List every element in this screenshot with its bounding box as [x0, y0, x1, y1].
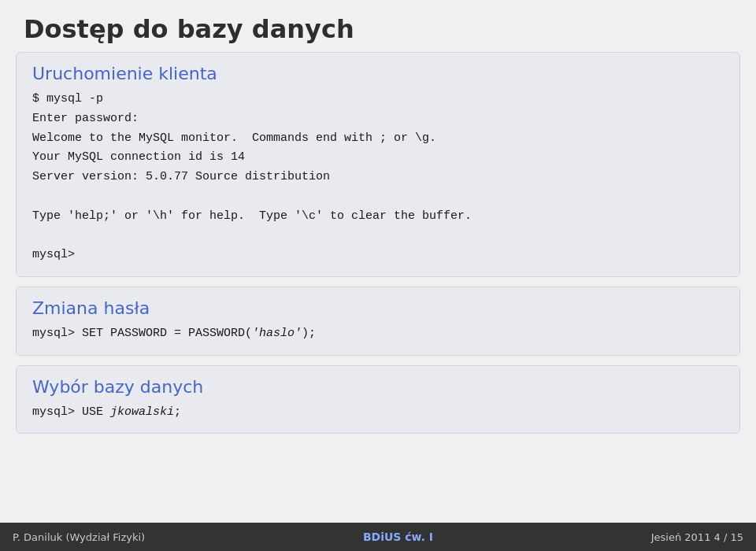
- page-title: Dostęp do bazy danych: [0, 0, 756, 52]
- code-line-4: Your MySQL connection id is 14: [32, 150, 245, 164]
- code-line-2: Enter password:: [32, 112, 139, 125]
- footer-left: P. Daniluk (Wydział Fizyki): [13, 531, 145, 543]
- section-wybor-bazy-code: mysql> USE jkowalski;: [32, 403, 724, 423]
- footer-center: BDiUS ćw. I: [363, 531, 433, 543]
- footer-right: Jesień 2011 4 / 15: [651, 531, 743, 543]
- code-line-5: Server version: 5.0.77 Source distributi…: [32, 170, 330, 183]
- section-wybor-bazy: Wybór bazy danych mysql> USE jkowalski;: [16, 365, 740, 435]
- section-uruchomienie-title: Uruchomienie klienta: [32, 64, 724, 83]
- main-content: Uruchomienie klienta $ mysql -p Enter pa…: [0, 52, 756, 523]
- section-zmiana-hasla: Zmiana hasła mysql> SET PASSWORD = PASSW…: [16, 287, 740, 356]
- section-zmiana-hasla-title: Zmiana hasła: [32, 298, 724, 318]
- code-line-3: Welcome to the MySQL monitor. Commands e…: [32, 131, 436, 145]
- footer: P. Daniluk (Wydział Fizyki) BDiUS ćw. I …: [0, 523, 756, 551]
- section-wybor-bazy-title: Wybór bazy danych: [32, 377, 724, 397]
- code-line-blank2: [32, 228, 39, 242]
- code-line-6: Type 'help;' or '\h' for help. Type '\c'…: [32, 209, 472, 223]
- section-zmiana-hasla-code: mysql> SET PASSWORD = PASSWORD('haslo');: [32, 324, 724, 344]
- code-line-1: $ mysql -p: [32, 92, 103, 105]
- code-line-7: mysql>: [32, 248, 75, 261]
- code-line-blank1: [32, 190, 39, 203]
- section-uruchomienie-code: $ mysql -p Enter password: Welcome to th…: [32, 90, 724, 265]
- section-uruchomienie: Uruchomienie klienta $ mysql -p Enter pa…: [16, 52, 740, 277]
